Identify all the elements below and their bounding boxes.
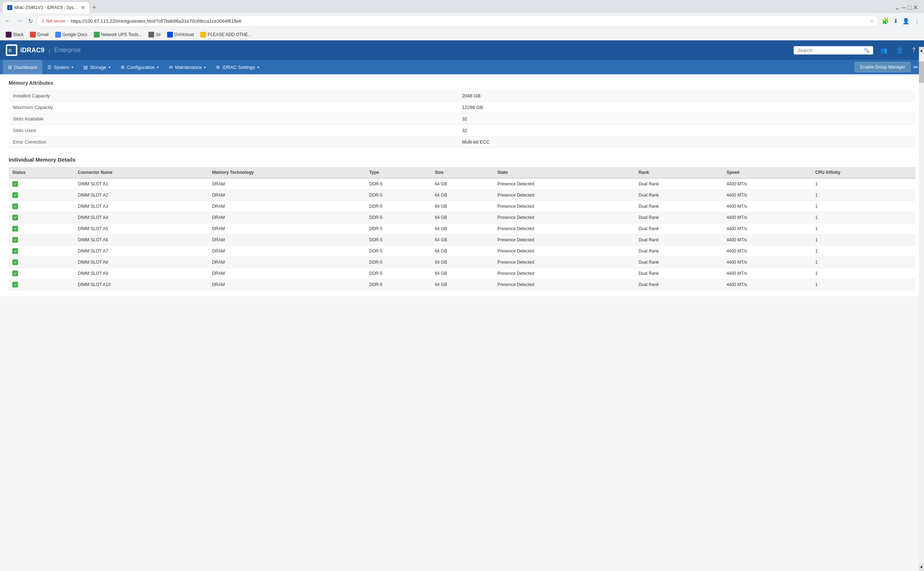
cell-state: Presence Detected <box>494 245 635 257</box>
cell-rank: Dual Rank <box>635 235 723 245</box>
cell-status: ✓ <box>9 178 74 190</box>
idrac-logo-text: iDRAC9 <box>20 46 44 54</box>
status-ok-icon: ✓ <box>12 270 18 276</box>
bookmark-3d[interactable]: 3d <box>145 31 163 38</box>
cell-rank: Dual Rank <box>635 201 723 212</box>
tab-title: idrac-2S461V3 - iDRAC9 - System... <box>14 5 79 10</box>
minimize-button[interactable]: ─ <box>901 4 906 12</box>
browser-controls: ← → ↻ ⚠ Not secure | https://100.67.115.… <box>0 13 924 29</box>
cell-status: ✓ <box>9 212 74 223</box>
table-row: ✓ DIMM SLOT A8 DRAM DDR-5 64 GB Presence… <box>9 257 915 268</box>
bookmark-ovhcloud[interactable]: OVHcloud <box>164 31 197 38</box>
user-profile-button[interactable]: 👤 <box>893 45 906 55</box>
attr-label-installed-capacity: Installed Capacity <box>13 93 462 99</box>
attr-value-error-correction: Multi-bit ECC <box>462 139 911 145</box>
cell-rank: Dual Rank <box>635 178 723 190</box>
bookmark-please-add[interactable]: PLEASE ADD OTHE... <box>197 31 254 38</box>
nav-item-dashboard[interactable]: ⊞ Dashboard <box>3 60 42 74</box>
cell-state: Presence Detected <box>494 212 635 223</box>
cell-size: 64 GB <box>431 201 494 212</box>
active-tab[interactable]: i idrac-2S461V3 - iDRAC9 - System... ✕ <box>3 2 90 13</box>
configuration-icon: ⚙ <box>121 65 125 70</box>
scroll-down-button[interactable]: ▼ <box>919 564 924 571</box>
user-manage-button[interactable]: 👥 <box>878 45 890 55</box>
cell-cpu-affinity: 1 <box>812 212 915 223</box>
bookmark-gmail[interactable]: Gmail <box>27 31 51 38</box>
nav-item-maintenance[interactable]: ✉ Maintenance ▾ <box>164 60 211 74</box>
cell-rank: Dual Rank <box>635 279 723 290</box>
cell-cpu-affinity: 1 <box>812 245 915 257</box>
attr-row-slots-available: Slots Available 32 <box>9 113 915 125</box>
cell-connector: DIMM SLOT A6 <box>74 235 209 245</box>
close-button[interactable]: ✕ <box>913 4 918 12</box>
attr-row-installed-capacity: Installed Capacity 2048 GB <box>9 90 915 102</box>
nav-item-system[interactable]: ☰ System ▾ <box>42 60 78 74</box>
table-row: ✓ DIMM SLOT A1 DRAM DDR-5 64 GB Presence… <box>9 178 915 190</box>
nav-storage-label: Storage <box>90 65 107 70</box>
extensions-button[interactable]: 🧩 <box>880 16 890 26</box>
status-ok-icon: ✓ <box>12 237 18 243</box>
dell-logo-svg: D <box>7 46 16 54</box>
new-tab-button[interactable]: + <box>90 4 99 12</box>
cell-size: 64 GB <box>431 190 494 201</box>
cell-speed: 4400 MT/s <box>723 223 812 235</box>
maximize-button[interactable]: □ <box>907 4 912 12</box>
slack-icon <box>6 32 12 37</box>
search-input[interactable] <box>797 48 861 53</box>
idrac-header: D iDRAC9 | Enterprise 🔍 👥 👤 ? <box>0 40 924 60</box>
nav-item-configuration[interactable]: ⚙ Configuration ▾ <box>116 60 164 74</box>
cell-status: ✓ <box>9 190 74 201</box>
cell-cpu-affinity: 1 <box>812 257 915 268</box>
reload-button[interactable]: ↻ <box>26 16 35 26</box>
idrac-nav: ⊞ Dashboard ☰ System ▾ ▤ Storage ▾ ⚙ Con… <box>0 60 924 74</box>
bookmark-slack[interactable]: Slack <box>3 31 26 38</box>
cell-connector: DIMM SLOT A10 <box>74 279 209 290</box>
tab-menu-button[interactable]: ⌄ <box>895 4 900 12</box>
cell-state: Presence Detected <box>494 223 635 235</box>
forward-button[interactable]: → <box>14 16 25 26</box>
cell-technology: DRAM <box>209 190 365 201</box>
cell-status: ✓ <box>9 257 74 268</box>
nav-item-storage[interactable]: ▤ Storage ▾ <box>78 60 116 74</box>
cell-rank: Dual Rank <box>635 245 723 257</box>
table-row: ✓ DIMM SLOT A9 DRAM DDR-5 64 GB Presence… <box>9 268 915 279</box>
bookmark-google-docs[interactable]: Google Docs <box>52 31 90 38</box>
cell-connector: DIMM SLOT A7 <box>74 245 209 257</box>
status-ok-icon: ✓ <box>12 181 18 187</box>
help-button[interactable]: ? <box>909 45 918 55</box>
scrollbar-thumb[interactable] <box>919 61 924 83</box>
cell-state: Presence Detected <box>494 201 635 212</box>
status-ok-icon: ✓ <box>12 282 18 287</box>
cell-technology: DRAM <box>209 268 365 279</box>
star-icon[interactable]: ☆ <box>870 19 874 24</box>
back-button[interactable]: ← <box>3 16 13 26</box>
cell-speed: 4400 MT/s <box>723 201 812 212</box>
cell-status: ✓ <box>9 268 74 279</box>
tab-close-button[interactable]: ✕ <box>81 5 85 11</box>
cell-type: DDR-5 <box>365 178 431 190</box>
cell-technology: DRAM <box>209 212 365 223</box>
status-ok-icon: ✓ <box>12 192 18 198</box>
right-scrollbar[interactable]: ▲ ▼ <box>919 47 924 571</box>
search-bar[interactable]: 🔍 <box>794 46 873 54</box>
address-bar[interactable]: ⚠ Not secure | https://100.67.115.220/re… <box>36 15 879 27</box>
network-ups-icon <box>94 32 100 37</box>
nav-system-label: System <box>54 65 69 70</box>
scroll-up-button[interactable]: ▲ <box>919 47 924 54</box>
url-display[interactable]: https://100.67.115.220/restgui/index.htm… <box>71 19 867 24</box>
cell-connector: DIMM SLOT A3 <box>74 201 209 212</box>
profile-button[interactable]: 👤 <box>901 16 911 26</box>
cell-technology: DRAM <box>209 223 365 235</box>
idrac-logo: D iDRAC9 | Enterprise <box>6 44 80 56</box>
attr-row-max-capacity: Maximum Capacity 12288 GB <box>9 102 915 113</box>
cell-type: DDR-5 <box>365 257 431 268</box>
menu-button[interactable]: ⋮ <box>912 16 921 26</box>
cell-size: 64 GB <box>431 279 494 290</box>
browser-chrome: i idrac-2S461V3 - iDRAC9 - System... ✕ +… <box>0 0 924 40</box>
nav-item-idrac-settings[interactable]: ⚙ iDRAC Settings ▾ <box>211 60 264 74</box>
download-button[interactable]: ⬇ <box>892 16 899 26</box>
cell-size: 64 GB <box>431 212 494 223</box>
bookmark-network-ups[interactable]: Network UPS Tools... <box>91 31 145 38</box>
enable-group-manager-button[interactable]: Enable Group Manager <box>855 62 911 72</box>
cell-size: 64 GB <box>431 245 494 257</box>
